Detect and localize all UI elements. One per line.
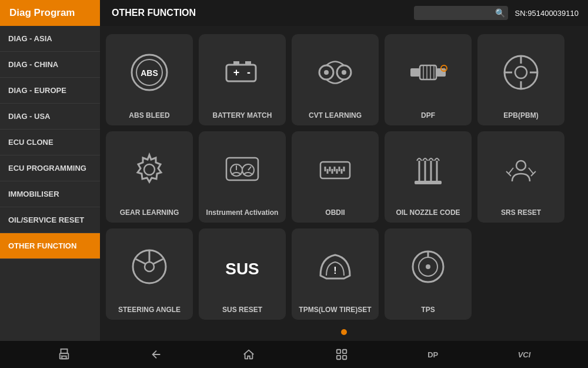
tile-epb-pbm[interactable]: EPB(PBM) (477, 34, 564, 125)
srs-reset-icon (500, 149, 542, 190)
tps-icon (407, 246, 449, 287)
print-button[interactable] (58, 348, 71, 361)
tpms-set-icon-area: ! (292, 228, 379, 306)
svg-text:ABS: ABS (141, 68, 158, 78)
battery-match-label: BATTERY MATCH (211, 111, 275, 120)
search-input[interactable] (419, 9, 495, 18)
pagination (106, 326, 582, 336)
svg-point-54 (145, 262, 154, 271)
cvt-learning-label: CVT LEARNING (306, 111, 364, 120)
tps-label: TPS (419, 306, 437, 314)
dpf-icon: ! (407, 52, 449, 93)
tile-dpf[interactable]: ! DPF (385, 34, 472, 125)
svg-rect-69 (337, 356, 340, 359)
search-icon: 🔍 (495, 8, 505, 18)
svg-rect-47 (415, 181, 442, 184)
tile-obdii[interactable]: OBDII (292, 131, 379, 223)
svg-point-10 (324, 70, 329, 75)
search-box[interactable]: 🔍 (414, 6, 508, 20)
oil-nozzle-code-icon (407, 149, 449, 190)
app-title-box: Diag Program (0, 0, 100, 26)
sidebar-item-diag-china[interactable]: DIAG - CHINA (0, 52, 100, 78)
tile-row-1: ABS ABS BLEED + - BATTERY MATCH (106, 34, 582, 125)
battery-match-icon-area: + - (199, 34, 286, 111)
sus-reset-icon: SUS (222, 246, 263, 287)
sidebar-item-diag-asia[interactable]: DIAG - ASIA (0, 26, 100, 52)
tile-battery-match[interactable]: + - BATTERY MATCH (199, 34, 286, 125)
gear-learning-icon-area (106, 131, 193, 208)
tile-row-2: GEAR LEARNING Instrument Activation (106, 131, 582, 223)
recent-button[interactable] (335, 348, 348, 361)
sidebar-item-oil-service-reset[interactable]: OIL/SERVICE RESET (0, 207, 100, 233)
sidebar-item-diag-europe[interactable]: DIAG - EUROPE (0, 78, 100, 104)
svg-text:+: + (233, 67, 240, 78)
tile-cvt-learning[interactable]: CVT LEARNING (292, 34, 379, 125)
epb-pbm-icon-area (477, 34, 564, 111)
tile-sus-reset[interactable]: SUS SUS RESET (199, 228, 286, 320)
abs-bleed-label: ABS BLEED (126, 111, 172, 120)
cvt-learning-icon-area (292, 34, 379, 111)
obdii-label: OBDII (323, 208, 347, 217)
main-layout: DIAG - ASIA DIAG - CHINA DIAG - EUROPE D… (0, 26, 588, 341)
abs-bleed-icon-area: ABS (106, 34, 193, 111)
section-title: OTHER FUNCTION (100, 8, 414, 18)
epb-pbm-icon (500, 52, 542, 93)
svg-text:!: ! (443, 67, 445, 72)
obdii-icon-area (292, 131, 379, 208)
battery-match-icon: + - (222, 52, 263, 93)
svg-point-62 (426, 264, 430, 269)
svg-text:SUS: SUS (225, 260, 259, 278)
svg-rect-64 (61, 349, 67, 353)
tile-instrument-activation[interactable]: Instrument Activation (199, 131, 286, 223)
sus-reset-label: SUS RESET (220, 306, 265, 314)
epb-pbm-label: EPB(PBM) (501, 111, 540, 120)
steering-angle-icon (129, 246, 170, 287)
back-button[interactable] (150, 348, 163, 361)
dp-button[interactable]: DP (427, 350, 438, 359)
obdii-icon (315, 149, 356, 190)
abs-bleed-icon: ABS (129, 52, 170, 93)
instrument-activation-label: Instrument Activation (204, 208, 281, 217)
tps-icon-area (385, 228, 472, 306)
top-bar: Diag Program OTHER FUNCTION 🔍 SN:9514000… (0, 0, 588, 26)
cvt-learning-icon (315, 52, 356, 93)
srs-reset-label: SRS RESET (499, 208, 543, 217)
instrument-activation-icon-area (199, 131, 286, 208)
sidebar-item-ecu-programming[interactable]: ECU PROGRAMMING (0, 155, 100, 181)
svg-rect-70 (343, 356, 346, 359)
home-button[interactable] (242, 348, 255, 361)
dpf-icon-area: ! (385, 34, 472, 111)
sidebar-item-other-function[interactable]: OTHER FUNCTION (0, 233, 100, 259)
serial-number: SN:951400039110 (515, 9, 588, 18)
vci-button[interactable]: VCI (518, 350, 531, 359)
svg-point-11 (342, 70, 346, 75)
tile-srs-reset[interactable]: SRS RESET (477, 131, 564, 223)
tile-steering-angle[interactable]: STEERING ANGLE (106, 228, 193, 320)
gear-learning-label: GEAR LEARNING (118, 208, 182, 217)
svg-rect-3 (226, 65, 256, 81)
tpms-set-label: TPMS(LOW TIRE)SET (296, 306, 373, 314)
svg-rect-5 (245, 61, 251, 65)
tile-oil-nozzle-code[interactable]: OIL NOZZLE CODE (385, 131, 472, 223)
svg-point-48 (516, 161, 526, 170)
pagination-dot (341, 329, 347, 335)
sidebar-item-immobiliser[interactable]: IMMOBILISER (0, 181, 100, 207)
instrument-activation-icon (222, 149, 263, 190)
sidebar-item-diag-usa[interactable]: DIAG - USA (0, 104, 100, 130)
svg-text:-: - (247, 67, 250, 78)
svg-rect-67 (337, 350, 340, 353)
srs-reset-icon-area (477, 131, 564, 208)
sidebar: DIAG - ASIA DIAG - CHINA DIAG - EUROPE D… (0, 26, 100, 341)
tile-tps[interactable]: TPS (385, 228, 472, 320)
tile-tpms-set[interactable]: ! TPMS(LOW TIRE)SET (292, 228, 379, 320)
sus-reset-icon-area: SUS (199, 228, 286, 306)
app-title: Diag Program (9, 7, 75, 19)
svg-line-32 (248, 167, 251, 170)
svg-text:!: ! (333, 266, 336, 276)
tile-gear-learning[interactable]: GEAR LEARNING (106, 131, 193, 223)
svg-point-22 (515, 67, 527, 78)
tile-row-3: STEERING ANGLE SUS SUS RESET ! (106, 228, 582, 320)
sidebar-item-ecu-clone[interactable]: ECU CLONE (0, 130, 100, 155)
svg-rect-68 (343, 350, 346, 353)
tile-abs-bleed[interactable]: ABS ABS BLEED (106, 34, 193, 125)
